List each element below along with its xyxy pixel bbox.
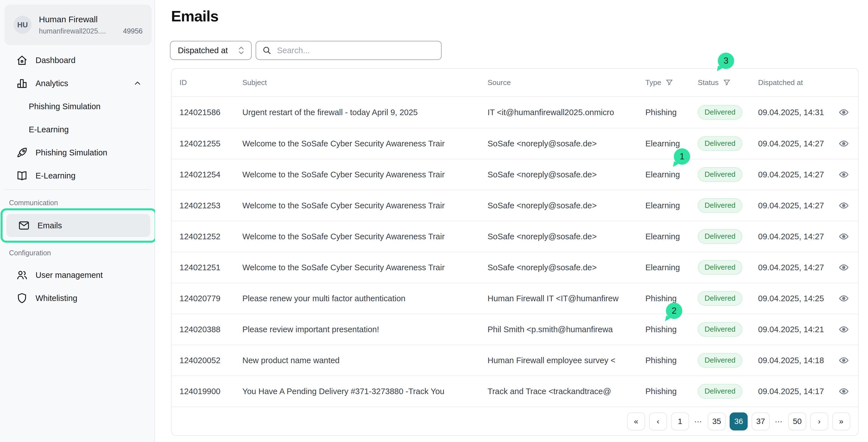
view-email-button[interactable] (837, 230, 850, 243)
annotation-badge-2: 2 (666, 303, 682, 319)
eye-icon (838, 231, 849, 242)
cell-id: 124021586 (180, 108, 242, 117)
cell-id: 124021252 (180, 232, 242, 241)
pagination-next[interactable]: › (810, 412, 828, 431)
cell-source: Track and Trace <trackandtrace@ (488, 387, 645, 396)
cell-subject: Welcome to the SoSafe Cyber Security Awa… (242, 139, 488, 148)
cell-subject: Welcome to the SoSafe Cyber Security Awa… (242, 263, 488, 272)
eye-icon (838, 169, 849, 180)
page-button-35[interactable]: 35 (708, 412, 726, 431)
cell-status: Delivered (698, 136, 758, 150)
funnel-icon (665, 78, 674, 87)
sidebar-item-analytics-phishing-simulation[interactable]: Phishing Simulation (0, 95, 154, 118)
pagination-last[interactable]: » (832, 412, 850, 431)
status-badge: Delivered (698, 260, 742, 274)
cell-dispatched-at: 09.04.2025, 14:27 (758, 139, 837, 148)
cell-dispatched-at: 09.04.2025, 14:21 (758, 325, 837, 334)
annotation-badge-1: 1 (674, 148, 690, 165)
sidebar-item-analytics[interactable]: Analytics (0, 72, 154, 95)
sidebar-item-user-management[interactable]: User management (0, 264, 154, 286)
pagination-prev[interactable]: ‹ (649, 412, 667, 431)
table-row[interactable]: 124020052 New product name wanted Human … (172, 345, 858, 376)
avatar-initials: HU (17, 21, 28, 29)
page-button-37[interactable]: 37 (752, 412, 770, 431)
profile-card[interactable]: HU Human Firewall humanfirewall2025.... … (4, 4, 152, 45)
view-email-button[interactable] (837, 137, 850, 150)
mail-icon (18, 219, 30, 232)
cell-actions (837, 292, 850, 305)
page-button-50[interactable]: 50 (788, 412, 806, 431)
cell-type: Elearning (645, 201, 698, 210)
pagination-first[interactable]: « (627, 412, 645, 431)
cell-dispatched-at: 09.04.2025, 14:27 (758, 232, 837, 241)
cell-source: SoSafe <noreply@sosafe.de> (488, 263, 645, 272)
page-button-36[interactable]: 36 (730, 412, 748, 431)
sidebar-item-e-learning[interactable]: E-Learning (0, 164, 154, 187)
type-filter-button[interactable] (665, 78, 674, 87)
column-header-type: Type (645, 78, 698, 87)
status-badge: Delivered (698, 291, 742, 305)
view-email-button[interactable] (837, 199, 850, 212)
cell-subject: Please review important presentation! (242, 325, 488, 334)
search-box[interactable] (256, 41, 442, 60)
cell-subject: Please renew your multi factor authentic… (242, 294, 488, 303)
column-header-subject: Subject (242, 78, 488, 87)
cell-type: Phishing (645, 387, 698, 396)
status-filter-button[interactable] (722, 78, 731, 87)
view-email-button[interactable] (837, 168, 850, 181)
view-email-button[interactable] (837, 323, 850, 336)
table-row[interactable]: 124021253 Welcome to the SoSafe Cyber Se… (172, 190, 858, 221)
page-button-1[interactable]: 1 (671, 412, 689, 431)
table-row[interactable]: 124020779 Please renew your multi factor… (172, 283, 858, 314)
sidebar-item-whitelisting[interactable]: Whitelisting (0, 286, 154, 310)
sidebar-item-phishing-simulation[interactable]: Phishing Simulation (0, 141, 154, 164)
cell-source: Human Firewall IT <IT@humanfirew (488, 294, 645, 303)
table-row[interactable]: 124021586 Urgent restart of the firewall… (172, 97, 858, 128)
eye-icon (838, 355, 849, 366)
table-row[interactable]: 124021255 Welcome to the SoSafe Cyber Se… (172, 128, 858, 159)
view-email-button[interactable] (837, 385, 850, 398)
cell-status: Delivered (698, 322, 758, 336)
sidebar-item-label: Analytics (35, 79, 68, 88)
status-badge: Delivered (698, 384, 742, 398)
sidebar-item-label: Whitelisting (35, 294, 77, 303)
cell-status: Delivered (698, 229, 758, 243)
table-row[interactable]: 124019900 You Have A Pending Delivery #3… (172, 376, 858, 407)
view-email-button[interactable] (837, 106, 850, 119)
sidebar-item-analytics-e-learning[interactable]: E-Learning (0, 118, 154, 141)
cell-id: 124020052 (180, 356, 242, 365)
sidebar-item-label: Phishing Simulation (35, 148, 107, 157)
sidebar-item-label: User management (35, 271, 103, 280)
cell-type: Elearning (645, 139, 698, 148)
cell-actions (837, 385, 850, 398)
sidebar: HU Human Firewall humanfirewall2025.... … (0, 0, 155, 442)
cell-dispatched-at: 09.04.2025, 14:17 (758, 387, 837, 396)
cell-type: Phishing (645, 294, 698, 303)
cell-status: Delivered (698, 353, 758, 367)
cell-actions (837, 199, 850, 212)
column-header-label: Type (645, 78, 661, 87)
chevron-up-icon (133, 79, 142, 88)
view-email-button[interactable] (837, 354, 850, 367)
cell-id: 124021254 (180, 170, 242, 179)
sidebar-item-dashboard[interactable]: Dashboard (0, 49, 154, 72)
sort-select[interactable]: Dispatched at (170, 41, 252, 60)
sidebar-item-emails[interactable]: Emails (6, 214, 150, 237)
cell-status: Delivered (698, 291, 758, 305)
cell-actions (837, 137, 850, 150)
table-row[interactable]: 124021254 Welcome to the SoSafe Cyber Se… (172, 159, 858, 190)
view-email-button[interactable] (837, 261, 850, 274)
eye-icon (838, 386, 849, 397)
cell-source: SoSafe <noreply@sosafe.de> (488, 201, 645, 210)
table-row[interactable]: 124021252 Welcome to the SoSafe Cyber Se… (172, 221, 858, 252)
eye-icon (838, 200, 849, 211)
search-input[interactable] (276, 45, 435, 56)
view-email-button[interactable] (837, 292, 850, 305)
table-row[interactable]: 124020388 Please review important presen… (172, 314, 858, 345)
status-badge: Delivered (698, 229, 742, 243)
cell-dispatched-at: 09.04.2025, 14:27 (758, 170, 837, 179)
sidebar-nav: Dashboard Analytics Phishing Simulation … (0, 49, 154, 187)
cell-source: Human Firewall employee survey < (488, 356, 645, 365)
table-row[interactable]: 124021251 Welcome to the SoSafe Cyber Se… (172, 252, 858, 283)
eye-icon (838, 107, 849, 118)
